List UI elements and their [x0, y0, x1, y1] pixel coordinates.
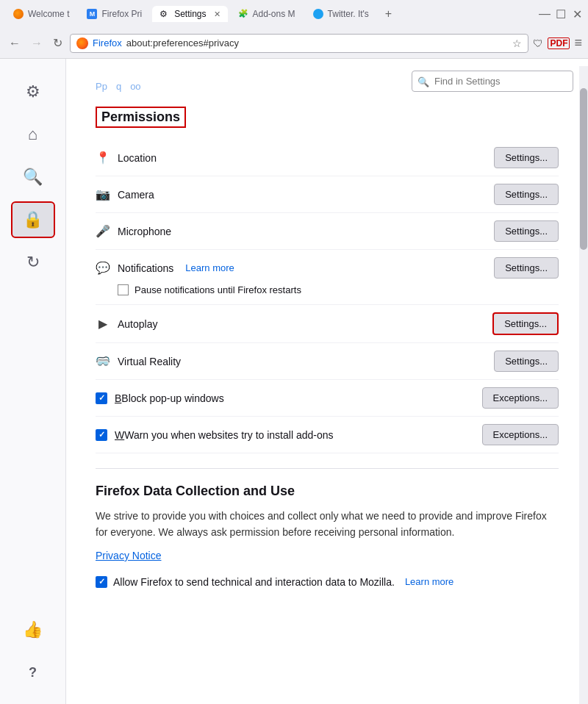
- checkmark-icon-2: ✓: [98, 430, 105, 439]
- tab-label: Welcome t: [28, 9, 69, 19]
- question-icon: ?: [29, 665, 37, 680]
- sidebar-item-home[interactable]: ⌂: [11, 116, 55, 153]
- location-text: Location: [118, 152, 157, 164]
- checkmark-icon: ✓: [98, 393, 105, 403]
- notifications-text: Notifications: [118, 262, 173, 274]
- top-links-area: Pp q oo: [96, 73, 559, 92]
- location-settings-button[interactable]: Settings...: [494, 147, 559, 168]
- tab-settings[interactable]: ⚙ Settings ✕: [152, 6, 227, 22]
- sync-icon: ↻: [26, 253, 40, 272]
- sidebar-item-privacy[interactable]: 🔒: [11, 201, 55, 238]
- browser-content: ⚙ ⌂ 🔍 🔒 ↻ 👍 ?: [0, 59, 588, 704]
- tab-label: Firefox Pri: [101, 9, 142, 19]
- sidebar-bottom: 👍 ?: [11, 611, 55, 691]
- sidebar-item-help[interactable]: ?: [11, 654, 55, 691]
- warn-addons-exceptions-button[interactable]: Exceptions...: [482, 424, 559, 445]
- forward-button[interactable]: →: [28, 34, 46, 53]
- new-tab-button[interactable]: +: [379, 4, 398, 24]
- top-link-2[interactable]: q: [116, 81, 121, 92]
- sidebar-item-search[interactable]: 🔍: [11, 159, 55, 195]
- camera-icon: 📷: [96, 187, 110, 201]
- virtual-reality-text: Virtual Reality: [118, 356, 181, 367]
- gear-icon: ⚙: [26, 82, 40, 101]
- notifications-settings-button[interactable]: Settings...: [494, 257, 559, 279]
- virtual-reality-settings-button[interactable]: Settings...: [494, 351, 559, 372]
- notifications-learn-more-link[interactable]: Learn more: [185, 262, 234, 273]
- permissions-title: Permissions: [96, 107, 186, 128]
- close-button[interactable]: ✕: [572, 9, 582, 19]
- autoplay-permission-row: ▶ Autoplay Settings...: [96, 305, 559, 343]
- scrollbar-track[interactable]: [579, 66, 588, 704]
- window-controls: — ☐ ✕: [539, 9, 582, 19]
- tab-close-button[interactable]: ✕: [214, 10, 220, 19]
- shield-icon[interactable]: 🛡: [533, 37, 543, 49]
- microphone-icon: 🎤: [96, 224, 110, 238]
- block-popups-label: ✓ BBlock pop-up windows: [96, 392, 482, 404]
- tab-twitter[interactable]: Twitter. It's: [306, 6, 376, 22]
- scrollbar-thumb[interactable]: [580, 88, 587, 250]
- allow-checkmark-icon: ✓: [98, 577, 105, 586]
- allow-data-label: Allow Firefox to send technical and inte…: [113, 576, 395, 588]
- warn-addons-text: WWarn you when websites try to install a…: [115, 429, 334, 441]
- virtual-reality-permission-row: 🥽 Virtual Reality Settings...: [96, 343, 559, 380]
- search-sidebar-icon: 🔍: [23, 168, 43, 187]
- permissions-section: Permissions 📍 Location Settings... 📷 Cam…: [96, 107, 559, 453]
- maximize-button[interactable]: ☐: [556, 9, 566, 19]
- pause-notifications-label: Pause notifications until Firefox restar…: [135, 284, 301, 295]
- pause-notifications-checkbox[interactable]: [118, 284, 129, 295]
- microphone-label: 🎤 Microphone: [96, 224, 494, 238]
- microphone-settings-button[interactable]: Settings...: [494, 220, 559, 242]
- menu-icon[interactable]: ≡: [574, 35, 582, 51]
- block-popups-checkbox[interactable]: ✓: [96, 392, 107, 404]
- autoplay-settings-button[interactable]: Settings...: [492, 312, 559, 335]
- address-bar[interactable]: Firefox about:preferences#privacy ☆: [70, 34, 528, 53]
- sidebar-item-sync[interactable]: ↻: [11, 244, 55, 281]
- notifications-permission-row: 💬 Notifications Learn more Settings... P…: [96, 250, 559, 305]
- tab-favicon: [13, 9, 24, 19]
- camera-text: Camera: [118, 189, 154, 201]
- heart-icon: 👍: [23, 620, 43, 639]
- location-permission-row: 📍 Location Settings...: [96, 140, 559, 176]
- allow-data-checkbox[interactable]: ✓: [96, 576, 107, 588]
- tab-label: Settings: [174, 9, 206, 19]
- location-icon: 📍: [96, 151, 110, 165]
- notifications-sub-option: Pause notifications until Firefox restar…: [96, 279, 559, 297]
- allow-data-row: ✓ Allow Firefox to send technical and in…: [96, 570, 559, 594]
- data-collection-section: Firefox Data Collection and Use We striv…: [96, 484, 559, 594]
- back-button[interactable]: ←: [6, 34, 24, 53]
- warn-addons-checkbox[interactable]: ✓: [96, 429, 107, 441]
- block-popups-row: ✓ BBlock pop-up windows Exceptions...: [96, 380, 559, 417]
- sidebar-item-contribute[interactable]: 👍: [11, 611, 55, 648]
- tab-favicon: [313, 9, 323, 19]
- bookmark-icon[interactable]: ☆: [512, 37, 522, 49]
- top-link-3[interactable]: oo: [130, 81, 140, 92]
- camera-settings-button[interactable]: Settings...: [494, 184, 559, 205]
- camera-label: 📷 Camera: [96, 187, 494, 201]
- data-learn-more-link[interactable]: Learn more: [405, 576, 453, 587]
- title-bar: Welcome t M Firefox Pri ⚙ Settings ✕ 🧩 A…: [0, 0, 588, 28]
- tab-favicon: M: [87, 9, 97, 19]
- sidebar-item-settings[interactable]: ⚙: [11, 73, 55, 110]
- microphone-text: Microphone: [118, 226, 171, 237]
- notifications-icon: 💬: [96, 261, 110, 275]
- privacy-notice-link[interactable]: Privacy Notice: [96, 550, 559, 561]
- warn-addons-label: ✓ WWarn you when websites try to install…: [96, 429, 482, 441]
- tab-welcome[interactable]: Welcome t: [6, 6, 76, 22]
- minimize-button[interactable]: —: [539, 9, 550, 19]
- data-collection-title: Firefox Data Collection and Use: [96, 484, 559, 499]
- tab-label: Add-ons M: [253, 9, 295, 19]
- address-url: about:preferences#privacy: [126, 37, 239, 49]
- block-popups-exceptions-button[interactable]: Exceptions...: [482, 387, 559, 409]
- tab-addons[interactable]: 🧩 Add-ons M: [231, 6, 303, 22]
- notifications-main: 💬 Notifications Learn more Settings...: [96, 257, 559, 279]
- section-divider: [96, 468, 559, 469]
- warn-addons-row: ✓ WWarn you when websites try to install…: [96, 417, 559, 453]
- tab-firefox-priv[interactable]: M Firefox Pri: [79, 6, 149, 22]
- reload-button[interactable]: ↻: [50, 33, 65, 53]
- sidebar: ⚙ ⌂ 🔍 🔒 ↻ 👍 ?: [0, 59, 66, 704]
- top-link-1[interactable]: Pp: [96, 81, 107, 92]
- autoplay-icon: ▶: [96, 317, 110, 331]
- firefox-logo-icon: [76, 37, 88, 49]
- pdf-icon[interactable]: PDF: [548, 37, 570, 49]
- location-label: 📍 Location: [96, 151, 494, 165]
